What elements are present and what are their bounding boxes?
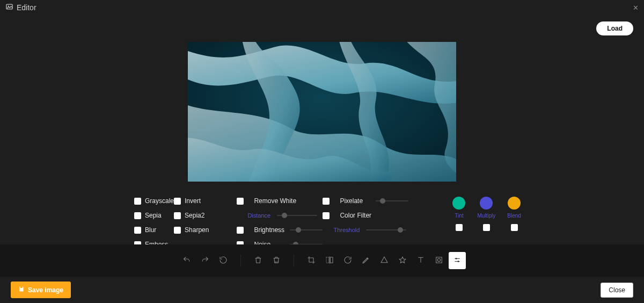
close-icon[interactable]: ✕ bbox=[633, 4, 639, 12]
save-icon bbox=[18, 286, 25, 294]
filter-sepia: Sepia bbox=[134, 211, 174, 220]
threshold-label: Threshold bbox=[333, 227, 360, 233]
canvas-image[interactable] bbox=[188, 42, 456, 182]
svg-point-9 bbox=[456, 258, 457, 259]
rotate-tool[interactable] bbox=[339, 252, 356, 269]
toolbar-separator bbox=[240, 255, 241, 266]
multiply-label: Multiply bbox=[477, 213, 495, 219]
remove-white-checkbox[interactable] bbox=[237, 198, 244, 205]
trash-all-icon: ALL bbox=[272, 256, 281, 266]
blend-label: Blend bbox=[507, 213, 521, 219]
distance-label: Distance bbox=[247, 212, 270, 219]
sepia2-checkbox[interactable] bbox=[174, 212, 181, 219]
svg-point-10 bbox=[458, 261, 459, 262]
filter-threshold: Threshold bbox=[323, 226, 408, 234]
filter-remove-white: Remove White bbox=[237, 197, 323, 205]
colorfilter-label: Color Filter bbox=[340, 212, 371, 219]
color-multiply: Multiply bbox=[477, 197, 495, 249]
filter-sharpen: Sharpen bbox=[174, 226, 209, 234]
svg-rect-3 bbox=[188, 42, 456, 182]
sharpen-checkbox[interactable] bbox=[174, 227, 181, 234]
grayscale-label: Grayscale bbox=[145, 197, 174, 205]
blend-swatch[interactable] bbox=[508, 197, 521, 210]
sharpen-label: Sharpen bbox=[185, 226, 209, 234]
blur-checkbox[interactable] bbox=[134, 227, 141, 234]
invert-checkbox[interactable] bbox=[174, 198, 181, 205]
filter-tool[interactable] bbox=[449, 252, 466, 269]
sepia-label: Sepia bbox=[145, 212, 162, 219]
flip-tool[interactable] bbox=[321, 252, 338, 269]
flip-icon bbox=[325, 256, 334, 266]
svg-point-8 bbox=[437, 258, 440, 261]
image-icon bbox=[5, 3, 13, 12]
color-blend: Blend bbox=[507, 197, 521, 249]
multiply-swatch[interactable] bbox=[480, 197, 493, 210]
editor-title: Editor bbox=[17, 3, 36, 12]
crop-tool[interactable] bbox=[303, 252, 320, 269]
pencil-icon bbox=[362, 256, 370, 266]
redo-icon bbox=[201, 256, 209, 266]
svg-text:ALL: ALL bbox=[275, 260, 279, 263]
pixelate-label: Pixelate bbox=[340, 197, 369, 205]
filter-colorfilter: Color Filter bbox=[323, 211, 408, 220]
blend-checkbox[interactable] bbox=[511, 224, 518, 231]
mask-icon bbox=[435, 256, 443, 266]
sepia2-label: Sepia2 bbox=[185, 212, 204, 219]
crop-icon bbox=[307, 256, 316, 266]
editor-main: Load bbox=[0, 15, 644, 244]
tint-checkbox[interactable] bbox=[456, 224, 463, 231]
remove-white-label: Remove White bbox=[254, 197, 296, 205]
undo-tool[interactable] bbox=[178, 252, 195, 269]
toolbar: ALL bbox=[0, 244, 644, 277]
filter-pixelate: Pixelate bbox=[323, 197, 408, 205]
tint-label: Tint bbox=[455, 213, 463, 219]
grayscale-checkbox[interactable] bbox=[134, 198, 141, 205]
blur-label: Blur bbox=[145, 226, 156, 234]
filter-distance: Distance bbox=[237, 211, 323, 220]
pixelate-slider[interactable] bbox=[376, 198, 408, 204]
filter-brightness: Brightness bbox=[237, 226, 323, 234]
redo-tool[interactable] bbox=[196, 252, 214, 269]
multiply-checkbox[interactable] bbox=[483, 224, 490, 231]
close-button[interactable]: Close bbox=[601, 283, 633, 298]
shape-icon bbox=[380, 256, 389, 266]
save-button[interactable]: Save image bbox=[11, 282, 71, 298]
reset-icon bbox=[219, 256, 228, 266]
pixelate-checkbox[interactable] bbox=[323, 198, 330, 205]
text-tool[interactable] bbox=[412, 252, 429, 269]
sepia-checkbox[interactable] bbox=[134, 212, 141, 219]
tint-swatch[interactable] bbox=[452, 197, 465, 210]
trash-icon bbox=[254, 256, 262, 266]
reset-tool[interactable] bbox=[215, 252, 232, 269]
delete-all-tool[interactable]: ALL bbox=[268, 252, 285, 269]
draw-tool[interactable] bbox=[357, 252, 375, 269]
sliders-icon bbox=[453, 256, 462, 266]
svg-rect-6 bbox=[330, 257, 333, 263]
footer: Save image Close bbox=[0, 277, 644, 303]
filter-blur: Blur bbox=[134, 226, 174, 234]
filter-invert: Invert bbox=[174, 197, 209, 205]
brightness-checkbox[interactable] bbox=[237, 227, 244, 234]
invert-label: Invert bbox=[185, 197, 201, 205]
brightness-slider[interactable] bbox=[290, 227, 323, 233]
shape-tool[interactable] bbox=[376, 252, 393, 269]
rotate-icon bbox=[343, 256, 352, 266]
filter-sepia2: Sepia2 bbox=[174, 211, 209, 220]
text-icon bbox=[416, 256, 425, 266]
titlebar: Editor ✕ bbox=[0, 0, 644, 15]
icon-tool[interactable] bbox=[394, 252, 411, 269]
load-button[interactable]: Load bbox=[596, 21, 633, 35]
distance-slider[interactable] bbox=[277, 212, 317, 219]
undo-icon bbox=[182, 256, 191, 266]
filter-grayscale: Grayscale bbox=[134, 197, 174, 205]
delete-tool[interactable] bbox=[250, 252, 267, 269]
toolbar-separator bbox=[294, 255, 294, 266]
brightness-label: Brightness bbox=[254, 226, 283, 234]
filter-controls: GrayscaleSepiaBlurEmboss InvertSepia2Sha… bbox=[134, 197, 510, 249]
svg-rect-5 bbox=[326, 257, 329, 263]
star-icon bbox=[398, 256, 407, 266]
colorfilter-checkbox[interactable] bbox=[323, 212, 330, 219]
mask-tool[interactable] bbox=[430, 252, 448, 269]
threshold-slider[interactable] bbox=[366, 227, 406, 233]
save-label: Save image bbox=[28, 286, 63, 294]
